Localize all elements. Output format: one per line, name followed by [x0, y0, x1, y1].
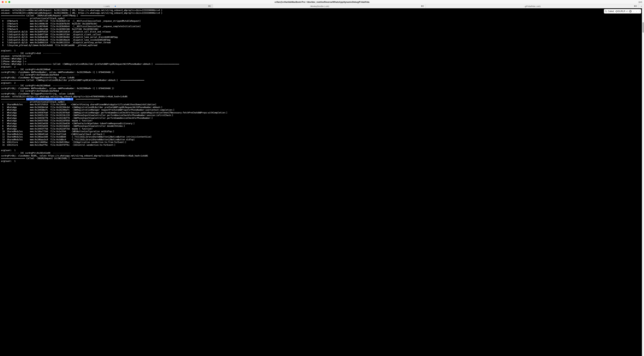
- tab-shortcut: ⌘1: [208, 5, 211, 7]
- svg-line-1: [606, 12, 607, 12]
- tab-bar: ~ (-zsh) ⌘1 ..MonkeyDev/bin (-zsh) ⌘2 ..…: [0, 4, 644, 8]
- traffic-lights: [2, 1, 10, 3]
- svg-point-0: [605, 10, 606, 12]
- scrollbar-thumb[interactable]: [642, 22, 644, 33]
- zoom-window-button[interactable]: [8, 1, 10, 3]
- tab-shortcut: ⌘2: [421, 5, 424, 7]
- close-find-button[interactable]: ×: [638, 10, 641, 12]
- new-tab-button[interactable]: +: [639, 4, 644, 8]
- titlebar-shortcut: ⌼⌘1: [638, 1, 642, 3]
- tab-1[interactable]: ~ (-zsh) ⌘1: [0, 4, 213, 8]
- tab-2[interactable]: ..MonkeyDev/bin (-zsh) ⌘2: [213, 4, 426, 8]
- titlebar: crifan@crifanlideMacBook-Pro:~/dev/dev_r…: [0, 0, 644, 4]
- search-count: 4/5: [625, 10, 629, 12]
- find-bar: Called: +[NSURLRe 4/5 ‹ › ×: [604, 9, 641, 13]
- tab-3[interactable]: ..g/Frida/frida (-zsh) ⌘3: [426, 4, 639, 8]
- window-title: crifan@crifanlideMacBook-Pro:~/dev/dev_r…: [274, 1, 370, 3]
- tab-label: ..g/Frida/frida (-zsh): [524, 5, 540, 7]
- clear-search-button[interactable]: [629, 10, 632, 12]
- search-icon: [604, 10, 608, 12]
- search-input[interactable]: Called: +[NSURLRe: [608, 10, 625, 12]
- tab-shortcut: ⌘3: [634, 5, 637, 7]
- tab-label: ..MonkeyDev/bin (-zsh): [310, 5, 329, 7]
- terminal-viewport: onLeave: retValObjStr=<NSMutableURLReque…: [0, 8, 644, 356]
- tab-activity-dot: [115, 6, 116, 7]
- find-previous-button[interactable]: ‹: [632, 10, 635, 12]
- window: crifan@crifanlideMacBook-Pro:~/dev/dev_r…: [0, 0, 644, 356]
- terminal[interactable]: onLeave: retValObjStr=<NSMutableURLReque…: [0, 8, 644, 356]
- terminal-output: onLeave: retValObjStr=<NSMutableURLReque…: [1, 9, 643, 163]
- scrollbar[interactable]: [642, 8, 644, 356]
- tab-label: ~ (-zsh): [103, 5, 110, 7]
- minimize-window-button[interactable]: [5, 1, 7, 3]
- find-next-button[interactable]: ›: [635, 10, 638, 12]
- close-window-button[interactable]: [2, 1, 4, 3]
